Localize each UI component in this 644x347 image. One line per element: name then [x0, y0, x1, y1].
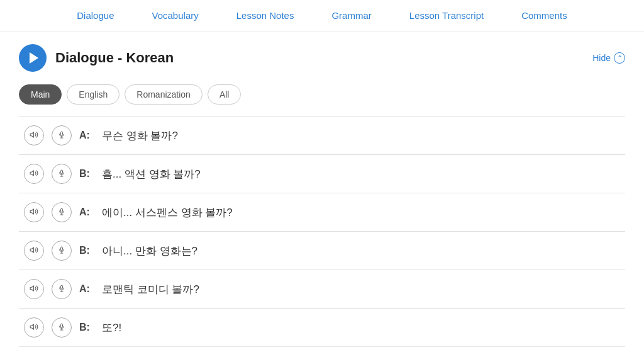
tab-main[interactable]: Main — [19, 84, 62, 105]
mic-button-0[interactable] — [52, 125, 72, 145]
mic-button-5[interactable] — [52, 317, 72, 338]
nav-dialogue[interactable]: Dialogue — [77, 10, 114, 21]
dialogue-header: Dialogue - Korean Hide ⌃ — [19, 44, 625, 72]
svg-rect-5 — [61, 170, 63, 174]
speaker-icon — [30, 169, 38, 179]
dialogue-title-group: Dialogue - Korean — [19, 44, 174, 72]
svg-marker-20 — [30, 324, 33, 329]
speaker-label-1: B: — [79, 168, 94, 179]
mic-button-1[interactable] — [52, 164, 72, 184]
speaker-label-3: B: — [79, 245, 94, 256]
hide-label: Hide — [592, 53, 611, 63]
speaker-label-2: A: — [79, 207, 94, 218]
mic-icon — [58, 322, 65, 333]
mic-icon — [58, 130, 65, 141]
svg-marker-16 — [30, 285, 33, 290]
nav-vocabulary[interactable]: Vocabulary — [152, 10, 199, 21]
svg-marker-12 — [30, 247, 33, 252]
dialogue-text-5: 또?! — [102, 321, 121, 335]
play-icon — [30, 52, 38, 64]
mic-icon — [58, 246, 65, 256]
speaker-icon — [30, 322, 38, 333]
nav-lesson-notes[interactable]: Lesson Notes — [236, 10, 294, 21]
tab-english[interactable]: English — [67, 84, 119, 105]
audio-button-0[interactable] — [24, 125, 44, 145]
audio-button-3[interactable] — [24, 241, 44, 261]
speaker-label-4: A: — [79, 283, 94, 295]
dialogue-line-5: B:또?! — [19, 309, 625, 347]
play-button[interactable] — [19, 44, 47, 72]
mic-icon — [58, 284, 65, 295]
dialogue-line-2: A:에이... 서스펜스 영화 볼까? — [19, 193, 625, 232]
speaker-label-5: B: — [79, 322, 94, 333]
dialogue-line-0: A:무슨 영화 볼까? — [19, 117, 625, 155]
main-content: Dialogue - Korean Hide ⌃ MainEnglishRoma… — [0, 31, 644, 347]
dialogue-text-0: 무슨 영화 볼까? — [102, 128, 178, 143]
tab-group: MainEnglishRomanizationAll — [19, 84, 625, 105]
audio-button-2[interactable] — [24, 202, 44, 222]
dialogue-text-4: 로맨틱 코미디 볼까? — [102, 282, 199, 297]
dialogue-text-3: 아니... 만화 영화는? — [102, 244, 197, 258]
dialogue-list: A:무슨 영화 볼까?B:흠... 액션 영화 볼까?A:에이... 서스펜스 … — [19, 116, 625, 347]
dialogue-text-1: 흠... 액션 영화 볼까? — [102, 167, 201, 181]
dialogue-line-1: B:흠... 액션 영화 볼까? — [19, 155, 625, 193]
speaker-icon — [30, 284, 38, 295]
speaker-icon — [30, 207, 38, 218]
mic-button-3[interactable] — [52, 241, 72, 261]
nav-comments[interactable]: Comments — [521, 10, 567, 21]
tab-all[interactable]: All — [208, 84, 242, 105]
audio-button-5[interactable] — [24, 317, 44, 338]
dialogue-title: Dialogue - Korean — [55, 50, 174, 66]
dialogue-text-2: 에이... 서스펜스 영화 볼까? — [102, 205, 233, 220]
nav-grammar[interactable]: Grammar — [331, 10, 371, 21]
top-nav: DialogueVocabularyLesson NotesGrammarLes… — [0, 0, 644, 31]
speaker-label-0: A: — [79, 130, 94, 141]
svg-rect-21 — [61, 324, 63, 327]
mic-button-2[interactable] — [52, 202, 72, 222]
nav-lesson-transcript[interactable]: Lesson Transcript — [409, 10, 484, 21]
speaker-icon — [30, 246, 38, 256]
svg-rect-17 — [61, 285, 63, 289]
svg-marker-4 — [30, 170, 33, 175]
svg-marker-8 — [30, 208, 33, 213]
svg-rect-1 — [61, 132, 63, 135]
chevron-up-icon: ⌃ — [614, 52, 625, 64]
tab-romanization[interactable]: Romanization — [125, 84, 203, 105]
svg-rect-13 — [61, 247, 63, 251]
svg-rect-9 — [61, 208, 63, 212]
svg-marker-0 — [30, 132, 33, 137]
dialogue-line-3: B:아니... 만화 영화는? — [19, 232, 625, 270]
audio-button-1[interactable] — [24, 164, 44, 184]
mic-button-4[interactable] — [52, 279, 72, 299]
mic-icon — [58, 207, 65, 218]
speaker-icon — [30, 130, 38, 141]
audio-button-4[interactable] — [24, 279, 44, 299]
hide-button[interactable]: Hide ⌃ — [592, 52, 625, 64]
mic-icon — [58, 169, 65, 179]
dialogue-line-4: A:로맨틱 코미디 볼까? — [19, 270, 625, 309]
